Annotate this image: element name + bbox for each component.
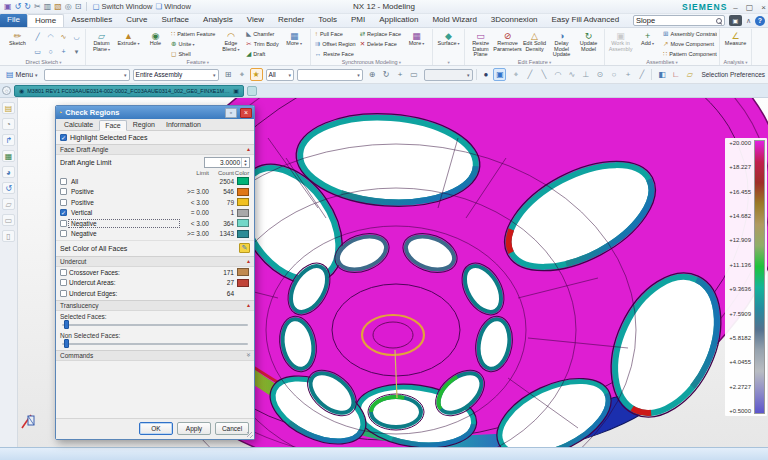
paint-bucket-icon[interactable]: ✎ bbox=[239, 243, 250, 253]
checkbox-icon[interactable] bbox=[60, 279, 67, 286]
checkbox-icon[interactable] bbox=[60, 199, 67, 206]
group-synchronous-modeling[interactable]: ↔ Resize Face bbox=[313, 49, 358, 59]
undercut-row-color-chip[interactable] bbox=[237, 268, 249, 276]
group-edit-feature[interactable]: ⊘ Remove Parameters bbox=[494, 29, 521, 59]
apply-button[interactable]: Apply bbox=[177, 422, 211, 435]
group-edit-feature[interactable]: ◑ Delay Model Update bbox=[548, 29, 575, 59]
repeat-command-icon[interactable]: ◎ bbox=[65, 3, 72, 11]
cancel-button[interactable]: Cancel bbox=[215, 422, 249, 435]
constraint-navigator-icon[interactable]: ◔ bbox=[2, 118, 15, 130]
collapse-icon[interactable]: ▴ bbox=[247, 259, 250, 264]
menu-button[interactable]: ▤ Menu bbox=[3, 69, 41, 80]
draft-table-row[interactable]: Positive < 3.00 79 bbox=[56, 197, 254, 208]
selection-filter-combo[interactable] bbox=[44, 69, 130, 81]
ribbon-tab[interactable]: Home bbox=[27, 14, 64, 27]
undercut-row[interactable]: Undercut Areas: 27 bbox=[56, 278, 254, 289]
dialog-tab[interactable]: Face bbox=[99, 120, 127, 131]
reference-set-combo[interactable] bbox=[297, 69, 363, 81]
snap-spline-icon[interactable]: ∿ bbox=[565, 68, 578, 81]
selection-preferences-label[interactable]: Selection Preferences bbox=[701, 71, 765, 78]
snap-point-icon[interactable]: ★ bbox=[250, 68, 263, 81]
commands-section-header[interactable]: Commands » bbox=[56, 350, 254, 361]
draft-table-row[interactable]: Negative >= 3.00 1343 bbox=[56, 229, 254, 240]
translucency-section-header[interactable]: Translucency ▴ bbox=[56, 300, 254, 311]
roles-icon[interactable]: ▭ bbox=[2, 214, 15, 226]
group-feature[interactable]: ⊕ Unite bbox=[169, 39, 217, 49]
draft-row-color-chip[interactable] bbox=[237, 177, 249, 185]
checkbox-icon[interactable] bbox=[60, 209, 67, 216]
tab-list-icon[interactable]: ○ bbox=[2, 86, 11, 95]
group-direct-sketch[interactable]: ◡ bbox=[70, 29, 83, 44]
save-icon[interactable]: ▣ bbox=[4, 3, 12, 11]
undercut-row[interactable]: Crossover Faces: 171 bbox=[56, 267, 254, 278]
checkbox-icon[interactable] bbox=[60, 178, 67, 185]
ribbon-tab[interactable]: Surface bbox=[154, 14, 196, 27]
group-feature[interactable]: ◢ Draft bbox=[244, 49, 280, 59]
checkbox-icon[interactable] bbox=[60, 188, 67, 195]
assembly-navigator-icon[interactable]: ▤ bbox=[2, 102, 15, 114]
group-assemblies[interactable]: + Add bbox=[634, 29, 661, 59]
group-direct-sketch[interactable]: ∿ bbox=[57, 29, 70, 44]
non-selected-faces-slider[interactable] bbox=[62, 339, 248, 349]
dialog-tab[interactable]: Information bbox=[161, 120, 206, 130]
ribbon-tab[interactable]: Easy Fill Advanced bbox=[545, 14, 627, 27]
marquee-select-icon[interactable]: ▭ bbox=[408, 68, 421, 81]
group-feature[interactable]: ▱ Datum Plane bbox=[88, 29, 115, 59]
ribbon-tab[interactable]: View bbox=[240, 14, 271, 27]
group-synchronous-modeling[interactable]: ⇉ Offset Region bbox=[313, 39, 358, 49]
group-feature[interactable]: ✂ Trim Body bbox=[244, 39, 280, 49]
command-finder-input[interactable]: Slope bbox=[633, 15, 725, 26]
measure-ruler-icon[interactable]: ▱ bbox=[683, 68, 696, 81]
snap-position-icon[interactable]: ⌖ bbox=[509, 68, 522, 81]
undercut-row[interactable]: Undercut Edges: 64 bbox=[56, 288, 254, 299]
snap-arc-icon[interactable]: ◠ bbox=[551, 68, 564, 81]
redo-icon[interactable]: ↻ bbox=[24, 3, 31, 11]
expand-icon[interactable]: » bbox=[245, 353, 251, 357]
dialog-titlebar[interactable]: ◔ Check Regions ▫ × bbox=[56, 106, 254, 119]
ribbon-group-label[interactable] bbox=[435, 59, 462, 66]
group-direct-sketch[interactable]: ✏ Sketch bbox=[4, 29, 31, 59]
draft-row-color-chip[interactable] bbox=[237, 219, 249, 227]
select-handles-icon[interactable]: ⊞ bbox=[222, 68, 235, 81]
draft-table-row[interactable]: All 2504 bbox=[56, 176, 254, 187]
undercut-row-color-chip[interactable] bbox=[237, 289, 249, 297]
fullscreen-icon[interactable]: ▣ bbox=[729, 15, 742, 26]
cut-icon[interactable]: ✂ bbox=[34, 3, 41, 11]
ok-button[interactable]: OK bbox=[139, 422, 173, 435]
dialog-float-button[interactable]: ▫ bbox=[225, 108, 237, 118]
paste-icon[interactable]: ▧ bbox=[54, 3, 62, 11]
dialog-tab[interactable]: Calculate bbox=[59, 120, 98, 130]
ribbon-group-label[interactable]: Feature bbox=[88, 59, 308, 66]
ribbon-tab[interactable]: 3Dconnexion bbox=[484, 14, 545, 27]
snap-point2-icon[interactable]: + bbox=[621, 68, 634, 81]
part-detach-icon[interactable]: ▣ bbox=[233, 87, 239, 94]
group-direct-sketch[interactable]: ╱ bbox=[31, 29, 44, 44]
group-direct-sketch[interactable]: + bbox=[57, 44, 70, 59]
minimize-ribbon-icon[interactable]: ∧ bbox=[746, 17, 751, 25]
ribbon-tab[interactable]: Curve bbox=[119, 14, 154, 27]
draft-table-row[interactable]: Negative < 3.00 364 bbox=[56, 218, 254, 229]
ribbon-group-label[interactable]: Analysis bbox=[722, 59, 749, 66]
hd3d-tools-icon[interactable]: ◕ bbox=[2, 166, 15, 178]
maximize-button[interactable]: ▢ bbox=[746, 3, 754, 12]
group-feature[interactable]: ◣ Chamfer bbox=[244, 29, 280, 39]
group-direct-sketch[interactable]: ▾ bbox=[70, 44, 83, 59]
group-synchronous-modeling[interactable]: ▦ More bbox=[403, 29, 430, 59]
ribbon-tab[interactable]: PMI bbox=[344, 14, 372, 27]
group-feature[interactable]: ▦ More bbox=[281, 29, 308, 59]
group-synchronous-modeling[interactable]: ↑ Pull Face bbox=[313, 29, 358, 39]
render-style-icon[interactable]: ● bbox=[479, 68, 492, 81]
draft-row-color-chip[interactable] bbox=[237, 188, 249, 196]
ribbon-tab[interactable]: Mold Wizard bbox=[425, 14, 483, 27]
zoom-icon[interactable]: ⊕ bbox=[366, 68, 379, 81]
undercut-section-header[interactable]: Undercut ▴ bbox=[56, 256, 254, 267]
group-feature[interactable]: ▲ Extrude bbox=[115, 29, 142, 59]
part-tab[interactable]: ◉ M3801 REV1 FC03AAUE0314-002-0002_FC03A… bbox=[14, 85, 244, 97]
ribbon-group-label[interactable]: Direct Sketch bbox=[4, 59, 83, 66]
ribbon-tab[interactable]: Analysis bbox=[196, 14, 240, 27]
touch-mode-icon[interactable]: ⊡ bbox=[75, 3, 82, 11]
shaded-view-icon[interactable]: ▣ bbox=[493, 68, 506, 81]
group-edit-feature[interactable]: ▭ Resize Datum Plane bbox=[467, 29, 494, 59]
group-synchronous-modeling[interactable]: ⇄ Replace Face bbox=[358, 29, 403, 39]
group-feature[interactable]: ◠ Edge Blend bbox=[217, 29, 244, 59]
